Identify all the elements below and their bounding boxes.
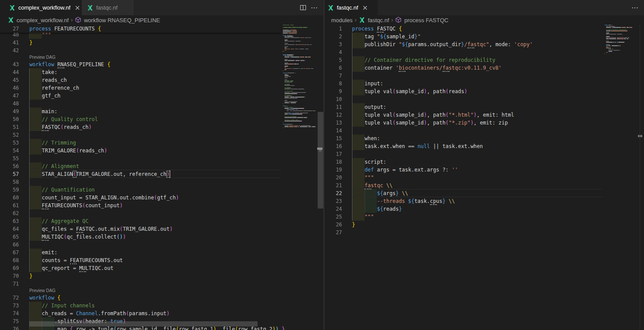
vscode-window: complex_workflow.nffastqc.nf⋯complex_wor… [0,0,644,330]
tab-bar-spacer [134,0,296,15]
minimap-line-mark [296,117,297,118]
minimap-line-mark [285,114,288,114]
minimap-line-mark [292,32,297,32]
minimap-line-mark [300,57,304,57]
line-number: 8 [324,80,342,88]
minimap-line-mark [285,68,291,69]
minimap-line-mark [289,125,293,126]
editor-group-right: fastqc.nf⋯modules›fastqc.nf›process FAST… [324,0,644,330]
minimap-line-mark [611,49,611,49]
line-number: 6 [324,64,342,72]
minimap-line-mark [285,57,289,57]
code-line-54: 54 TRIM_GALORE(reads_ch) [0,147,323,155]
editor-left[interactable]: 40 """41}42Preview DAG43workflow RNASEQ_… [0,25,323,330]
minimap-line-mark [620,37,623,38]
code-line-15: 15 when: [324,135,644,142]
minimap-line-mark [305,92,306,93]
more-actions-icon[interactable]: ⋯ [309,3,319,13]
minimap-line-mark [302,125,310,126]
tab-bar-spacer [378,0,628,15]
minimap-line-mark [285,82,288,82]
code-text: output: [352,103,386,111]
line-number: 47 [0,92,19,100]
breadcrumb-item[interactable]: modules [331,17,352,24]
code-line-46: 46 reference_ch [0,84,323,92]
hint-diagnostic-underline [42,208,49,209]
minimap-line-mark [302,92,305,93]
sticky-scroll-code-line: 27process FEATURECOUNTS { [0,25,281,33]
hint-diagnostic-underline [79,270,86,272]
breadcrumb-item[interactable]: process FASTQC [395,17,448,24]
line-number: 54 [0,147,19,155]
code-text: // Aggregate QC [29,217,88,225]
breadcrumb-separator-icon: › [71,17,73,23]
minimap-line-mark [286,88,291,88]
code-line-41: 41} [0,39,323,47]
minimap-line-mark [310,44,312,45]
code-line-42: 42 [0,47,323,54]
minimap-line-mark [285,92,290,93]
minimap-line-mark [294,85,295,86]
minimap-line-mark [291,113,292,113]
minimap-line-mark [293,54,294,55]
minimap-line-mark [291,32,292,32]
split-editor-icon[interactable] [298,3,308,13]
code-text: --threads ${task.cpus} \\ [352,197,455,205]
minimap-line-mark [289,30,289,30]
breadcrumb-item[interactable]: complex_workflow.nf [7,17,69,24]
minimap-line-mark [285,121,292,121]
tab-bar-left: complex_workflow.nffastqc.nf⋯ [0,0,323,15]
minimap-line-mark [627,37,627,38]
sticky-scroll-line[interactable]: 27process FEATURECOUNTS { [0,25,281,33]
minimap-line-mark [609,33,609,33]
code-line-25: 25 """ [324,213,644,221]
breadcrumb-item[interactable]: workflow RNASEQ_PIPELINE [75,17,160,24]
minimap-line-mark [305,60,305,61]
editor-right[interactable]: 1process FASTQC {2 tag "${sample_id}"3 p… [324,25,644,330]
code-text: qc_report = MULTIQC.out [29,264,113,272]
vertical-scrollbar-thumb[interactable] [318,112,323,209]
tab-fastqc-nf[interactable]: fastqc.nf [82,0,134,15]
minimap-right[interactable] [603,25,639,330]
minimap-line-mark [292,113,295,113]
horizontal-scrollbar-thumb[interactable] [29,321,258,327]
tab-fastqc-nf[interactable]: fastqc.nf [324,0,378,15]
minimap-line-mark [286,91,293,91]
minimap-line-mark [604,54,605,54]
editor-group-divider[interactable] [324,0,324,330]
minimap-line-mark [292,120,295,120]
codelens-preview-dag[interactable]: Preview DAG [29,54,55,61]
line-number: 27 [324,229,342,236]
indent-guide [29,209,30,217]
minimap-line-mark [608,45,610,46]
line-number: 41 [0,39,19,47]
codelens-preview-dag[interactable]: Preview DAG [29,288,55,294]
minimap-line-mark [287,40,288,40]
minimap-line-mark [608,41,609,41]
breadcrumb-item[interactable]: fastqc.nf [359,17,389,24]
tab-close-icon[interactable] [73,3,82,12]
minimap-line-mark [291,30,296,30]
code-text: script: [352,158,386,166]
minimap-line-mark [290,25,294,25]
minimap-line-mark [611,30,627,31]
line-number: 21 [324,182,342,189]
tab-complex_workflow-nf[interactable]: complex_workflow.nf [0,0,82,15]
minimap-line-mark [310,125,311,126]
line-number: 3 [324,40,342,48]
bracket-match-highlight [73,171,77,178]
code-text: } [29,272,32,280]
minimap-line-mark [283,51,283,51]
line-number: 22 [324,189,342,197]
minimap-line-mark [287,125,288,126]
code-line-11: 11 output: [324,103,644,111]
line-number: 74 [0,310,19,317]
minimap-line-mark [288,120,290,120]
tab-close-icon[interactable] [361,3,369,12]
minimap-line-mark [286,84,290,84]
minimap-left[interactable] [281,25,317,330]
more-actions-icon[interactable]: ⋯ [630,3,640,13]
minimap-line-mark [289,41,294,41]
minimap-line-mark [624,37,624,38]
minimap-line-mark [288,33,288,33]
